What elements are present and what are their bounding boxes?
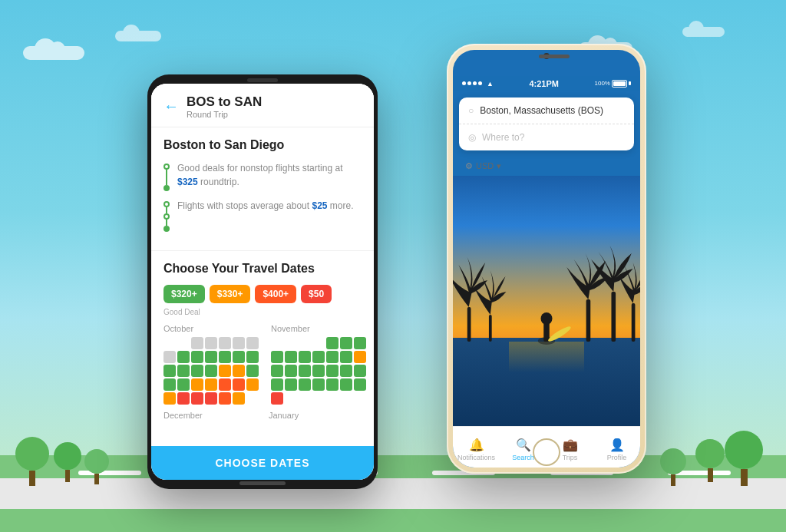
route-icon-2: [163, 201, 170, 232]
origin-row[interactable]: ○ Boston, Massachusetts (BOS): [459, 97, 634, 124]
beach-scene: [453, 176, 640, 426]
bg-tree-left-3: [84, 449, 109, 484]
price-chip-orange: $330+: [210, 285, 251, 303]
route-line: [166, 170, 167, 185]
october-calendar: October: [163, 324, 259, 405]
svg-rect-6: [586, 299, 591, 342]
svg-rect-7: [611, 292, 616, 342]
currency-row[interactable]: ⚙ USD ▾: [453, 157, 640, 176]
signal-dot-2: [467, 81, 471, 85]
android-screen: ← BOS to SAN Round Trip Boston to San Di…: [151, 84, 374, 480]
iphone-screen: ▲ 4:21PM 100% ○ Boston, Mass: [453, 76, 640, 426]
svg-rect-8: [632, 303, 636, 342]
destination-placeholder: Where to?: [482, 132, 524, 143]
december-label: December: [163, 411, 256, 420]
price-chip-darkorange: $400+: [255, 285, 296, 303]
route-dot-2c: [163, 226, 170, 232]
battery-tip: [629, 81, 631, 85]
search-icon: 🔍: [516, 438, 531, 452]
trip-type: Round Trip: [187, 110, 262, 119]
bg-tree-right-2: [695, 439, 725, 482]
route-dot-end: [163, 185, 170, 191]
deal-2-text: Flights with stops average about $25 mor…: [177, 199, 354, 213]
svg-rect-1: [489, 315, 492, 342]
palm-trees-svg: [453, 246, 640, 345]
water: [453, 338, 640, 425]
notifications-icon: 🔔: [469, 438, 484, 452]
wifi-icon: ▲: [487, 80, 494, 88]
signal-dot-4: [478, 81, 482, 85]
trips-icon: 💼: [563, 438, 578, 452]
android-home-bar: [239, 481, 286, 485]
svg-rect-3: [543, 322, 550, 342]
legend-label: Good Deal: [163, 308, 362, 316]
battery-fill: [613, 81, 626, 86]
back-icon[interactable]: ←: [163, 97, 179, 115]
android-header: ← BOS to SAN Round Trip: [151, 84, 374, 127]
november-label: November: [271, 324, 366, 333]
svg-rect-0: [467, 307, 471, 342]
profile-icon: 👤: [609, 438, 625, 452]
october-grid: [163, 337, 259, 405]
calendar-row-2: December January: [163, 411, 362, 424]
route-dot-start: [163, 164, 170, 170]
svg-point-4: [540, 312, 552, 325]
currency-dropdown-icon: ▾: [497, 161, 501, 171]
battery-percent: 100%: [595, 80, 610, 87]
flight-route-title: BOS to SAN: [187, 94, 262, 110]
january-label: January: [269, 411, 362, 420]
deal-1-text: Good deals for nonstop flights starting …: [177, 161, 362, 189]
iphone: ▲ 4:21PM 100% ○ Boston, Mass: [447, 44, 646, 474]
iphone-inner: ▲ 4:21PM 100% ○ Boston, Mass: [453, 50, 640, 468]
android-screen-container: ← BOS to SAN Round Trip Boston to San Di…: [151, 84, 374, 480]
december-calendar: December: [163, 411, 256, 424]
signal-dots: ▲: [462, 80, 494, 88]
tab-profile-label: Profile: [607, 454, 627, 461]
cloud-4: [682, 27, 725, 37]
battery-indicator: 100%: [595, 80, 631, 88]
price-chip-red: $50: [301, 285, 332, 303]
deal-1: Good deals for nonstop flights starting …: [163, 161, 362, 191]
tab-trips-label: Trips: [563, 454, 578, 461]
travel-dates-title: Choose Your Travel Dates: [163, 262, 362, 276]
price-legend: $320+ $330+ $400+ $50: [163, 285, 362, 303]
tab-notifications[interactable]: 🔔 Notifications: [453, 433, 500, 461]
price-chip-green: $320+: [163, 285, 205, 303]
iphone-speaker: [539, 55, 570, 58]
search-card: ○ Boston, Massachusetts (BOS) ◎ Where to…: [459, 97, 634, 150]
destination-row[interactable]: ◎ Where to?: [459, 124, 634, 150]
january-calendar: January: [269, 411, 362, 424]
iphone-home-button[interactable]: [533, 438, 560, 466]
october-label: October: [163, 324, 259, 333]
november-grid: [271, 337, 366, 405]
water-reflection: [509, 342, 584, 372]
android-speaker: [247, 78, 278, 82]
origin-location-icon: ○: [468, 105, 474, 116]
phones-container: ← BOS to SAN Round Trip Boston to San Di…: [124, 44, 662, 489]
currency-label: USD: [476, 161, 494, 170]
travel-dates-section: Choose Your Travel Dates $320+ $330+ $40…: [151, 251, 374, 431]
route-icon-1: [163, 164, 170, 191]
deal-2: Flights with stops average about $25 mor…: [163, 199, 362, 232]
tab-profile[interactable]: 👤 Profile: [593, 433, 640, 461]
bg-tree-right-1: [725, 431, 763, 486]
deals-title: Boston to San Diego: [163, 138, 362, 152]
tab-notifications-label: Notifications: [457, 454, 495, 461]
november-calendar: November: [271, 324, 366, 405]
android-phone: ← BOS to SAN Round Trip Boston to San Di…: [147, 74, 378, 489]
destination-location-icon: ◎: [468, 132, 476, 143]
bg-tree-left-2: [54, 442, 81, 482]
signal-dot-3: [473, 81, 477, 85]
route-line-2b: [166, 220, 167, 226]
settings-icon: ⚙: [465, 161, 473, 171]
route-line-2a: [166, 207, 167, 213]
choose-dates-button[interactable]: CHOOSE DATES: [151, 446, 374, 480]
svg-point-5: [547, 325, 572, 344]
status-time: 4:21PM: [529, 79, 559, 88]
cloud-2: [115, 31, 161, 41]
tab-search-label: Search: [512, 454, 534, 461]
status-bar: ▲ 4:21PM 100%: [453, 76, 640, 91]
cloud-1: [23, 46, 84, 60]
signal-dot-1: [462, 81, 466, 85]
deals-section: Boston to San Diego Good deals for nonst…: [151, 127, 374, 251]
